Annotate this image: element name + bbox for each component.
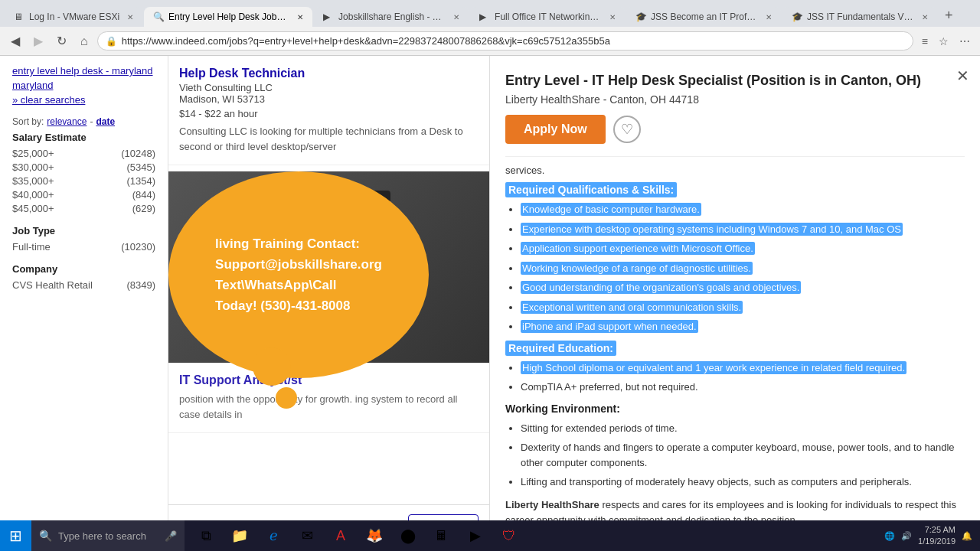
taskbar-search[interactable]: 🔍 Type here to search 🎤 xyxy=(31,520,185,551)
salary-30k[interactable]: $30,000+ (5345) xyxy=(12,161,155,173)
scroll-text: services. xyxy=(505,165,965,176)
firefox-icon[interactable]: 🦊 xyxy=(359,520,390,551)
microphone-icon[interactable]: 🎤 xyxy=(165,530,177,542)
task-view-button[interactable]: ⧉ xyxy=(191,520,221,551)
tab-close[interactable]: ✕ xyxy=(609,13,616,21)
save-job-button[interactable]: ♡ xyxy=(613,116,641,143)
acrobat-icon[interactable]: A xyxy=(325,520,356,551)
education-header: Required Education: xyxy=(505,341,616,356)
fulltime-filter[interactable]: Full-time (10230) xyxy=(12,241,155,253)
taskbar-search-placeholder: Type here to search xyxy=(58,530,146,542)
sidebar-link-clear[interactable]: » clear searches xyxy=(12,94,155,106)
sort-label: Sort by: xyxy=(12,116,44,127)
job-location: Madison, WI 53713 xyxy=(179,93,479,105)
tab-close[interactable]: ✕ xyxy=(297,13,303,21)
forward-button[interactable]: ▶ xyxy=(29,32,47,50)
refresh-button[interactable]: ↻ xyxy=(52,32,71,50)
calculator-icon[interactable]: 🖩 xyxy=(426,520,457,551)
salary-filter-section: Salary Estimate $25,000+ (10248) $30,000… xyxy=(12,132,155,214)
terminal-icon[interactable]: ▶ xyxy=(460,520,491,551)
salary-40k[interactable]: $40,000+ (844) xyxy=(12,189,155,201)
file-explorer-icon[interactable]: 📁 xyxy=(224,520,255,551)
notification-icon[interactable]: 🔔 xyxy=(962,531,972,541)
salary-filter-title: Salary Estimate xyxy=(12,132,155,143)
job-detail-panel: ✕ Entry Level - IT Help Desk Specialist … xyxy=(490,56,980,546)
browser-chrome: 🖥 Log In - VMware ESXi ✕ 🔍 Entry Level H… xyxy=(0,0,980,56)
qualifications-list: Knowledge of basic computer hardware. Ex… xyxy=(505,202,965,334)
salary-40k-label: $40,000+ xyxy=(12,189,54,201)
email-icon[interactable]: ✉ xyxy=(292,520,322,551)
job-detail-actions: Apply Now ♡ xyxy=(505,115,965,144)
extensions-button[interactable]: ≡ xyxy=(918,34,932,49)
address-bar[interactable]: 🔒 https://www.indeed.com/jobs?q=entry+le… xyxy=(97,31,913,51)
cvs-filter[interactable]: CVS Health Retail (8349) xyxy=(12,279,155,291)
sort-relevance[interactable]: relevance xyxy=(47,116,87,127)
tab-bar: 🖥 Log In - VMware ESXi ✕ 🔍 Entry Level H… xyxy=(0,0,980,27)
antivirus-icon[interactable]: 🛡 xyxy=(494,520,524,551)
job-description: Consulting LLC is looking for multiple t… xyxy=(179,124,479,154)
tab-favicon: 🎓 xyxy=(635,11,646,22)
back-button[interactable]: ◀ xyxy=(6,32,24,50)
salary-45k[interactable]: $45,000+ (629) xyxy=(12,203,155,214)
tab-vmware[interactable]: 🖥 Log In - VMware ESXi ✕ xyxy=(5,7,142,27)
salary-25k-count: (10248) xyxy=(121,148,155,159)
start-button[interactable]: ⊞ xyxy=(0,520,31,551)
bubble-text: living Training Contact: Support@jobskil… xyxy=(200,218,397,332)
job-image-area: living Training Contact: Support@jobskil… xyxy=(168,171,489,363)
mail-icon: ✉ xyxy=(302,527,313,544)
tab-jss-it[interactable]: 🎓 JSS IT Fundamentals V1.0 - Jobs... ✕ xyxy=(782,7,937,27)
more-button[interactable]: ⋯ xyxy=(956,34,974,49)
close-detail-button[interactable]: ✕ xyxy=(956,67,969,85)
task-view-icon: ⧉ xyxy=(201,528,211,544)
tab-close[interactable]: ✕ xyxy=(453,13,459,21)
tab-networking[interactable]: ▶ Full Office IT Networking | Lea... ✕ xyxy=(470,7,625,27)
salary-35k[interactable]: $35,000+ (1354) xyxy=(12,175,155,187)
tab-favicon: ▶ xyxy=(323,11,334,22)
taskbar-system-tray: 🌐 🔊 7:25 AM 1/19/2019 🔔 xyxy=(877,524,980,548)
tab-label: JSS IT Fundamentals V1.0 - Jobs... xyxy=(807,11,914,22)
new-tab-button[interactable]: + xyxy=(939,5,959,27)
tab-close[interactable]: ✕ xyxy=(766,13,772,21)
sidebar-link-maryland[interactable]: maryland xyxy=(12,80,155,91)
qual-text-6: Exceptional written and oral communicati… xyxy=(521,301,743,314)
address-bar-row: ◀ ▶ ↻ ⌂ 🔒 https://www.indeed.com/jobs?q=… xyxy=(0,27,980,55)
qual-text-3: Application support experience with Micr… xyxy=(521,242,755,255)
sort-dash: - xyxy=(90,116,93,127)
sidebar-link-maryland-helpdesk[interactable]: entry level help desk - maryland xyxy=(12,65,155,77)
apply-now-button[interactable]: Apply Now xyxy=(505,115,606,144)
salary-25k[interactable]: $25,000+ (10248) xyxy=(12,148,155,159)
network-icon: 🌐 xyxy=(884,531,895,541)
edu-text-2: CompTIA A+ preferred, but not required. xyxy=(521,381,698,393)
tab-jobskillshare[interactable]: ▶ Jobskillshare English - YouTu... ✕ xyxy=(314,7,469,27)
sort-date[interactable]: date xyxy=(96,116,115,127)
working-env-list: Sitting for extended periods of time. De… xyxy=(505,421,965,490)
qual-item-3: Application support experience with Micr… xyxy=(521,241,965,256)
env-item-2: Dexterity of hands and fingers to operat… xyxy=(521,440,965,470)
lock-icon: 🔒 xyxy=(106,36,117,47)
qual-item-4: Working knowledge of a range of diagnost… xyxy=(521,261,965,276)
tab-close[interactable]: ✕ xyxy=(922,13,928,21)
salary-30k-label: $30,000+ xyxy=(12,161,54,173)
bubble-tail-small xyxy=(276,387,297,409)
speaker-icon: 🔊 xyxy=(901,531,912,541)
tab-close[interactable]: ✕ xyxy=(127,13,133,21)
home-button[interactable]: ⌂ xyxy=(76,33,93,50)
tab-jss-become[interactable]: 🎓 JSS Become an IT Professional no... ✕ xyxy=(626,7,781,27)
chrome-icon[interactable]: ⬤ xyxy=(393,520,423,551)
edge-icon[interactable]: ℯ xyxy=(258,520,289,551)
salary-25k-label: $25,000+ xyxy=(12,148,54,159)
tab-indeed[interactable]: 🔍 Entry Level Help Desk Jobs, En... ✕ xyxy=(144,7,312,27)
tab-favicon: ▶ xyxy=(479,11,490,22)
tab-label: Jobskillshare English - YouTu... xyxy=(338,11,446,22)
favorites-button[interactable]: ☆ xyxy=(935,34,952,49)
working-env-section: Working Environment: Sitting for extende… xyxy=(505,403,965,490)
sort-row: Sort by: relevance - date xyxy=(12,116,155,127)
qual-text-4: Working knowledge of a range of diagnost… xyxy=(521,262,753,275)
calc-icon: 🖩 xyxy=(435,528,449,544)
education-list: High School diploma or equivalent and 1 … xyxy=(505,360,965,395)
folder-icon: 📁 xyxy=(231,527,248,544)
pdf-icon: A xyxy=(336,528,345,544)
tab-favicon: 🖥 xyxy=(14,11,24,22)
tab-label: Entry Level Help Desk Jobs, En... xyxy=(168,11,289,22)
job-card-helpdesk[interactable]: Help Desk Technician Vieth Consulting LL… xyxy=(168,56,489,165)
